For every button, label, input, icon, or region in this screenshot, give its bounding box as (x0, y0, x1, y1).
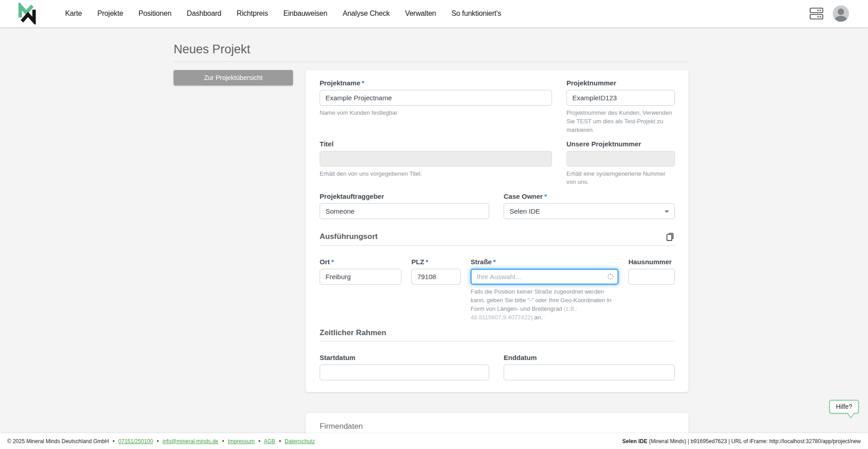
nav-item-analyse-check[interactable]: Analyse Check (343, 9, 390, 18)
strasse-label: Straße* (471, 258, 618, 266)
ort-label: Ort* (320, 258, 401, 266)
ausfuehrungsort-section-header: Ausführungsort (320, 232, 675, 246)
zeitlicher-rahmen-section-header: Zeitlicher Rahmen (320, 328, 675, 341)
nav-item-dashboard[interactable]: Dashboard (187, 9, 221, 18)
strasse-input[interactable] (471, 269, 618, 285)
projektauftraggeber-label: Projektauftraggeber (320, 192, 489, 200)
titel-field: Titel Erhält den von uns vorgegebenen Ti… (320, 140, 552, 187)
nav-item-karte[interactable]: Karte (65, 9, 82, 18)
case-owner-field: Case Owner* Selen IDE (504, 192, 675, 219)
strasse-label-text: Straße (471, 258, 492, 266)
projektnummer-helper: Projektnummer des Kunden. Verwenden Sie … (566, 109, 675, 135)
footer-bar: © 2025 Mineral Minds Deutschland GmbH • … (0, 433, 868, 449)
required-asterisk: * (362, 79, 364, 87)
ausfuehrungsort-heading: Ausführungsort (320, 232, 377, 241)
hausnummer-label: Hausnummer (628, 258, 675, 266)
footer-right: Selen IDE (Mineral Minds) | b91695ed7623… (623, 438, 861, 444)
footer-separator: • (113, 438, 114, 444)
ort-input[interactable] (320, 269, 401, 285)
nav-item-so-funktionierts[interactable]: So funktioniert's (452, 9, 501, 18)
unsere-projektnummer-input (566, 151, 675, 167)
ort-field: Ort* (320, 258, 401, 322)
projektname-field: Projektname* Name vom Kunden festlegbar (320, 79, 552, 135)
footer-agb-link[interactable]: AGB (264, 438, 275, 444)
plz-label: PLZ* (411, 258, 461, 266)
footer-left: © 2025 Mineral Minds Deutschland GmbH • … (7, 438, 315, 444)
title-divider (174, 61, 689, 62)
nav-item-positionen[interactable]: Positionen (138, 9, 171, 18)
plz-field: PLZ* (411, 258, 461, 322)
strasse-helper-main: Falls die Position keiner Straße zugeord… (471, 288, 611, 312)
required-asterisk: * (425, 258, 428, 266)
footer-copyright: © 2025 Mineral Minds Deutschland GmbH (7, 438, 109, 444)
footer-session-info: (Mineral Minds) | b91695ed7623 | URL of … (647, 438, 861, 444)
projektauftraggeber-field: Projektauftraggeber (320, 192, 489, 219)
startdatum-input[interactable] (320, 365, 489, 380)
left-column: Zur Projektübersicht (174, 70, 293, 85)
enddatum-input[interactable] (504, 365, 675, 380)
enddatum-field: Enddatum (504, 354, 675, 380)
footer-user-name: Selen IDE (623, 438, 647, 444)
copy-address-button[interactable] (665, 232, 675, 242)
strasse-field: Straße* Falls die Position keiner Straße… (471, 258, 618, 322)
footer-datenschutz-link[interactable]: Datenschutz (285, 438, 315, 444)
logo-icon (17, 3, 37, 24)
case-owner-value: Selen IDE (509, 207, 540, 215)
footer-phone-link[interactable]: 07151/250100 (118, 438, 153, 444)
nav-item-richtpreis[interactable]: Richtpreis (237, 9, 268, 18)
projektname-input[interactable] (320, 90, 552, 106)
plz-input[interactable] (411, 269, 461, 285)
startdatum-field: Startdatum (320, 354, 489, 380)
projektname-label: Projektname* (320, 79, 552, 87)
case-owner-label-text: Case Owner (504, 192, 543, 200)
hausnummer-input[interactable] (628, 269, 675, 285)
projektnummer-input[interactable] (566, 90, 675, 106)
page-title: Neues Projekt (174, 42, 689, 56)
plz-label-text: PLZ (411, 258, 424, 266)
enddatum-label: Enddatum (504, 354, 675, 361)
footer-separator: • (279, 438, 281, 444)
projektnummer-field: Projektnummer Projektnummer des Kunden. … (566, 79, 675, 135)
avatar-head (838, 9, 844, 15)
avatar-body (835, 16, 847, 22)
unsere-projektnummer-field: Unsere Projektnummer Erhält eine systemg… (566, 140, 675, 187)
copy-icon (665, 232, 675, 242)
footer-separator: • (259, 438, 260, 444)
project-form-card: Projektname* Name vom Kunden festlegbar … (306, 70, 689, 392)
titel-input (320, 151, 552, 167)
chevron-down-icon (665, 210, 669, 213)
help-button[interactable]: Hilfe? (829, 400, 859, 414)
strasse-helper: Falls die Position keiner Straße zugeord… (471, 288, 618, 322)
case-owner-label: Case Owner* (504, 192, 675, 200)
required-asterisk: * (544, 192, 547, 200)
footer-email-link[interactable]: info@mineral-minds.de (162, 438, 218, 444)
required-asterisk: * (493, 258, 496, 266)
nav-item-projekte[interactable]: Projekte (97, 9, 123, 18)
footer-separator: • (157, 438, 159, 444)
footer-impressum-link[interactable]: Impressum (228, 438, 255, 444)
project-overview-button[interactable]: Zur Projektübersicht (174, 70, 293, 85)
zeitlicher-rahmen-heading: Zeitlicher Rahmen (320, 328, 386, 337)
titel-label: Titel (320, 140, 552, 148)
firmendaten-heading: Firmendaten (320, 422, 363, 431)
strasse-helper-end: an. (533, 314, 542, 321)
server-icon[interactable] (809, 7, 824, 20)
unsere-projektnummer-helper: Erhält eine systemgenerierte Nummer von … (566, 170, 675, 187)
top-navigation-bar: Karte Projekte Positionen Dashboard Rich… (0, 0, 868, 27)
loading-spinner-icon (608, 274, 613, 280)
nav-item-verwalten[interactable]: Verwalten (405, 9, 436, 18)
required-asterisk: * (331, 258, 334, 266)
ort-label-text: Ort (320, 258, 330, 266)
projektname-label-text: Projektname (320, 79, 360, 87)
user-avatar[interactable] (833, 5, 849, 22)
case-owner-select[interactable]: Selen IDE (504, 203, 675, 219)
unsere-projektnummer-label: Unsere Projektnummer (566, 140, 675, 148)
titel-helper: Erhält den von uns vorgegebenen Titel. (320, 170, 552, 178)
projektauftraggeber-input[interactable] (320, 203, 489, 219)
nav-item-einbauweisen[interactable]: Einbauweisen (283, 9, 327, 18)
hausnummer-field: Hausnummer (628, 258, 675, 322)
mineral-minds-logo[interactable] (17, 3, 37, 24)
startdatum-label: Startdatum (320, 354, 489, 361)
footer-separator: • (222, 438, 224, 444)
projektname-helper: Name vom Kunden festlegbar (320, 109, 552, 117)
